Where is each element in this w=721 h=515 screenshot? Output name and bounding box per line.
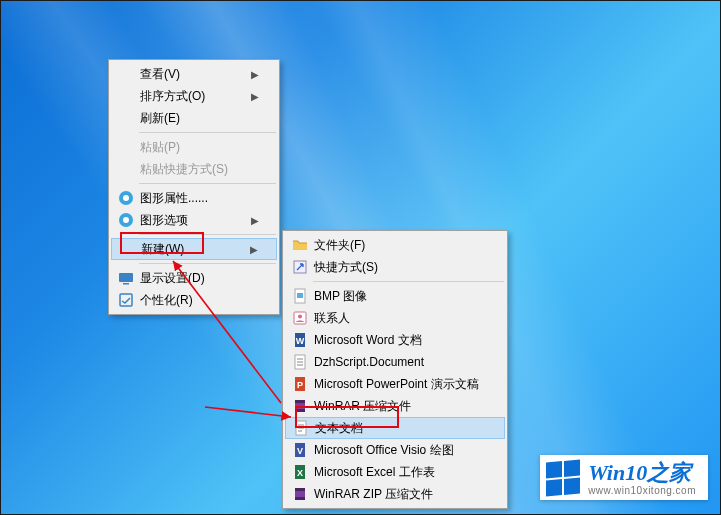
chevron-right-icon: ▶: [251, 69, 259, 80]
menu-label: 文件夹(F): [310, 237, 487, 254]
svg-point-3: [123, 217, 129, 223]
watermark: Win10之家 www.win10xitong.com: [540, 455, 708, 500]
menu-separator: [139, 234, 276, 235]
menu-label: WinRAR 压缩文件: [310, 398, 487, 415]
display-icon: [116, 270, 136, 286]
menu-label: DzhScript.Document: [310, 355, 487, 369]
new-visio[interactable]: V Microsoft Office Visio 绘图: [285, 439, 505, 461]
watermark-title: Win10之家: [588, 461, 696, 485]
new-text-document[interactable]: 文本文档: [285, 417, 505, 439]
menu-label: 显示设置(D): [136, 270, 259, 287]
menu-item-refresh[interactable]: 刷新(E): [111, 107, 277, 129]
menu-label: 文本文档: [311, 420, 486, 437]
svg-rect-32: [295, 488, 305, 491]
svg-rect-5: [123, 283, 129, 285]
visio-icon: V: [290, 442, 310, 458]
menu-item-paste-shortcut: 粘贴快捷方式(S): [111, 158, 277, 180]
svg-point-11: [298, 315, 302, 319]
menu-label: Microsoft PowerPoint 演示文稿: [310, 376, 487, 393]
intel-icon: [116, 212, 136, 228]
rar-icon: [290, 398, 310, 414]
chevron-right-icon: ▶: [251, 215, 259, 226]
menu-item-new[interactable]: 新建(W) ▶: [111, 238, 277, 260]
new-word[interactable]: W Microsoft Word 文档: [285, 329, 505, 351]
svg-text:X: X: [297, 468, 303, 478]
menu-label: 刷新(E): [136, 110, 259, 127]
word-icon: W: [290, 332, 310, 348]
menu-label: 联系人: [310, 310, 487, 327]
new-bmp[interactable]: BMP 图像: [285, 285, 505, 307]
rar-icon: [290, 486, 310, 502]
menu-label: Microsoft Office Visio 绘图: [310, 442, 487, 459]
shortcut-icon: [290, 259, 310, 275]
menu-item-personalize[interactable]: 个性化(R): [111, 289, 277, 311]
folder-icon: [290, 237, 310, 253]
new-zip[interactable]: WinRAR ZIP 压缩文件: [285, 483, 505, 505]
personalize-icon: [116, 292, 136, 308]
chevron-right-icon: ▶: [251, 91, 259, 102]
menu-label: 粘贴(P): [136, 139, 259, 156]
bmp-icon: [290, 288, 310, 304]
watermark-title-main: Win10: [588, 460, 647, 485]
menu-label: 排序方式(O): [136, 88, 251, 105]
new-folder[interactable]: 文件夹(F): [285, 234, 505, 256]
menu-label: 新建(W): [137, 241, 250, 258]
menu-label: 图形属性......: [136, 190, 259, 207]
svg-line-35: [205, 407, 291, 417]
svg-rect-6: [120, 294, 132, 306]
watermark-url: www.win10xitong.com: [588, 485, 696, 496]
new-shortcut[interactable]: 快捷方式(S): [285, 256, 505, 278]
new-powerpoint[interactable]: P Microsoft PowerPoint 演示文稿: [285, 373, 505, 395]
text-icon: [291, 420, 311, 436]
menu-label: 个性化(R): [136, 292, 259, 309]
menu-label: Microsoft Excel 工作表: [310, 464, 487, 481]
menu-item-graphics-options[interactable]: 图形选项 ▶: [111, 209, 277, 231]
chevron-right-icon: ▶: [250, 244, 258, 255]
menu-item-graphics-props[interactable]: 图形属性......: [111, 187, 277, 209]
svg-rect-9: [297, 293, 303, 298]
new-contact[interactable]: 联系人: [285, 307, 505, 329]
menu-item-display-settings[interactable]: 显示设置(D): [111, 267, 277, 289]
contact-icon: [290, 310, 310, 326]
svg-text:V: V: [297, 446, 303, 456]
excel-icon: X: [290, 464, 310, 480]
desktop-context-menu: 查看(V) ▶ 排序方式(O) ▶ 刷新(E) 粘贴(P) 粘贴快捷方式(S) …: [108, 59, 280, 315]
powerpoint-icon: P: [290, 376, 310, 392]
menu-separator: [139, 132, 276, 133]
windows-logo-icon: [546, 460, 580, 497]
menu-separator: [139, 183, 276, 184]
menu-label: 图形选项: [136, 212, 251, 229]
svg-rect-22: [295, 409, 305, 412]
svg-point-1: [123, 195, 129, 201]
menu-separator: [139, 263, 276, 264]
svg-text:W: W: [296, 336, 305, 346]
menu-label: Microsoft Word 文档: [310, 332, 487, 349]
menu-label: WinRAR ZIP 压缩文件: [310, 486, 487, 503]
menu-label: 快捷方式(S): [310, 259, 487, 276]
menu-label: BMP 图像: [310, 288, 487, 305]
watermark-title-suffix: 之家: [647, 460, 691, 485]
menu-item-view[interactable]: 查看(V) ▶: [111, 63, 277, 85]
menu-separator: [313, 281, 504, 282]
document-icon: [290, 354, 310, 370]
svg-text:P: P: [297, 380, 303, 390]
intel-icon: [116, 190, 136, 206]
new-rar[interactable]: WinRAR 压缩文件: [285, 395, 505, 417]
svg-rect-33: [295, 497, 305, 500]
svg-rect-4: [119, 273, 133, 282]
new-excel[interactable]: X Microsoft Excel 工作表: [285, 461, 505, 483]
new-dzhscript[interactable]: DzhScript.Document: [285, 351, 505, 373]
svg-rect-21: [295, 400, 305, 403]
new-submenu: 文件夹(F) 快捷方式(S) BMP 图像 联系人 W Microsoft Wo…: [282, 230, 508, 509]
menu-label: 粘贴快捷方式(S): [136, 161, 259, 178]
menu-label: 查看(V): [136, 66, 251, 83]
menu-item-sort[interactable]: 排序方式(O) ▶: [111, 85, 277, 107]
menu-item-paste: 粘贴(P): [111, 136, 277, 158]
